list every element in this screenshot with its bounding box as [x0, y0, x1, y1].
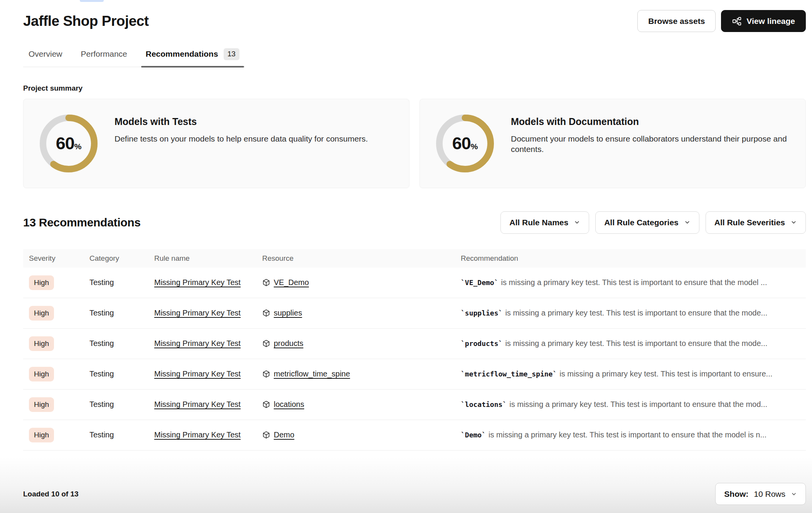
tests-card-title: Models with Tests	[115, 116, 368, 127]
chevron-down-icon	[791, 491, 797, 497]
severity-badge: High	[29, 367, 54, 381]
rule-categories-filter-label: All Rule Categories	[604, 218, 679, 227]
column-header-recommendation: Recommendation	[461, 254, 806, 263]
column-header-resource: Resource	[262, 254, 461, 263]
documentation-card-title: Models with Documentation	[511, 116, 790, 127]
table-header-row: Severity Category Rule name Resource Rec…	[23, 249, 806, 268]
tab-performance-label: Performance	[81, 49, 127, 59]
recommendation-text: is missing a primary key test. This test…	[489, 430, 767, 439]
resource-link[interactable]: metricflow_time_spine	[274, 370, 350, 378]
summary-cards: 60 % Models with Tests Define tests on y…	[23, 99, 806, 188]
table-row: High Testing Missing Primary Key Test VE…	[23, 268, 806, 298]
rule-severities-filter[interactable]: All Rule Severities	[706, 211, 806, 234]
rule-name-link[interactable]: Missing Primary Key Test	[154, 339, 241, 348]
recommendation-text: is missing a primary key test. This test…	[501, 278, 767, 287]
chevron-down-icon	[684, 219, 691, 226]
model-cube-icon	[262, 309, 270, 317]
category-cell: Testing	[89, 430, 154, 439]
tab-bar: Overview Performance Recommendations 13	[23, 48, 245, 67]
recommendation-code: `locations`	[461, 400, 507, 408]
rule-names-filter-label: All Rule Names	[509, 218, 568, 227]
models-with-tests-card: 60 % Models with Tests Define tests on y…	[23, 99, 409, 188]
category-cell: Testing	[89, 400, 154, 409]
rule-name-link[interactable]: Missing Primary Key Test	[154, 309, 241, 317]
project-page: Jaffle Shop Project Browse assets View l…	[0, 0, 812, 513]
chevron-down-icon	[574, 219, 580, 226]
recommendation-text: is missing a primary key test. This test…	[505, 309, 767, 317]
tab-overview[interactable]: Overview	[28, 48, 63, 67]
tests-card-description: Define tests on your models to help ensu…	[115, 133, 368, 144]
recommendations-header: 13 Recommendations All Rule Names All Ru…	[23, 211, 806, 234]
browse-assets-button[interactable]: Browse assets	[637, 10, 716, 32]
view-lineage-button[interactable]: View lineage	[721, 10, 806, 32]
severity-badge: High	[29, 336, 54, 351]
show-rows-value: 10 Rows	[754, 489, 785, 499]
recommendation-cell: `metricflow_time_spine`is missing a prim…	[461, 370, 806, 378]
table-row: High Testing Missing Primary Key Test De…	[23, 420, 806, 451]
documentation-percent-value: 60	[452, 133, 471, 154]
page-title: Jaffle Shop Project	[23, 10, 149, 29]
severity-badge: High	[29, 275, 54, 290]
model-cube-icon	[262, 400, 270, 408]
resource-link[interactable]: VE_Demo	[274, 278, 309, 287]
recommendation-text: is missing a primary key test. This test…	[509, 400, 767, 408]
documentation-donut-chart: 60 %	[436, 115, 494, 172]
resource-link[interactable]: locations	[274, 400, 304, 409]
recommendations-filters: All Rule Names All Rule Categories All R…	[500, 211, 806, 234]
recommendation-cell: `Demo`is missing a primary key test. Thi…	[461, 430, 806, 439]
recommendation-cell: `supplies`is missing a primary key test.…	[461, 309, 806, 317]
table-row: High Testing Missing Primary Key Test me…	[23, 359, 806, 390]
recommendation-cell: `locations`is missing a primary key test…	[461, 400, 806, 409]
project-summary-label: Project summary	[23, 84, 812, 93]
rule-names-filter[interactable]: All Rule Names	[500, 211, 589, 234]
rule-name-link[interactable]: Missing Primary Key Test	[154, 400, 241, 408]
recommendations-table: Severity Category Rule name Resource Rec…	[23, 249, 806, 451]
column-header-rule-name: Rule name	[154, 254, 262, 263]
rule-severities-filter-label: All Rule Severities	[714, 218, 785, 227]
table-footer: Loaded 10 of 13 Show: 10 Rows	[23, 483, 806, 505]
resource-link[interactable]: Demo	[274, 430, 294, 439]
resource-link[interactable]: supplies	[274, 309, 302, 317]
recommendation-cell: `VE_Demo`is missing a primary key test. …	[461, 278, 806, 287]
recommendation-code: `metricflow_time_spine`	[461, 370, 557, 378]
show-rows-dropdown[interactable]: Show: 10 Rows	[715, 483, 806, 505]
page-header: Jaffle Shop Project Browse assets View l…	[0, 0, 812, 32]
table-row: High Testing Missing Primary Key Test su…	[23, 298, 806, 329]
top-edge-fragment	[80, 0, 104, 2]
view-lineage-label: View lineage	[746, 17, 795, 26]
recommendation-code: `supplies`	[461, 309, 502, 317]
tests-percent-value: 60	[56, 133, 74, 154]
severity-badge: High	[29, 306, 54, 321]
tab-performance[interactable]: Performance	[80, 48, 128, 67]
tests-donut-chart: 60 %	[40, 115, 98, 172]
documentation-percent-sign: %	[471, 142, 478, 151]
documentation-card-description: Document your models to ensure collabora…	[511, 133, 790, 155]
model-cube-icon	[262, 431, 270, 439]
resource-link[interactable]: products	[274, 339, 303, 348]
recommendations-heading: 13 Recommendations	[23, 216, 141, 229]
column-header-category: Category	[89, 254, 154, 263]
tab-recommendations-label: Recommendations	[146, 49, 218, 59]
model-cube-icon	[262, 278, 270, 287]
chevron-down-icon	[790, 219, 797, 226]
tab-overview-label: Overview	[29, 49, 62, 59]
recommendation-code: `products`	[461, 339, 502, 348]
rule-name-link[interactable]: Missing Primary Key Test	[154, 370, 241, 378]
category-cell: Testing	[89, 339, 154, 348]
recommendation-text: is missing a primary key test. This test…	[505, 339, 767, 348]
model-cube-icon	[262, 370, 270, 378]
browse-assets-label: Browse assets	[648, 17, 705, 26]
category-cell: Testing	[89, 278, 154, 287]
recommendations-count-badge: 13	[224, 48, 239, 60]
severity-badge: High	[29, 428, 54, 442]
table-row: High Testing Missing Primary Key Test pr…	[23, 329, 806, 359]
severity-badge: High	[29, 397, 54, 412]
tab-recommendations[interactable]: Recommendations 13	[145, 48, 240, 67]
loaded-count-text: Loaded 10 of 13	[23, 490, 79, 498]
recommendation-text: is missing a primary key test. This test…	[559, 370, 772, 378]
category-cell: Testing	[89, 309, 154, 317]
rule-categories-filter[interactable]: All Rule Categories	[595, 211, 699, 234]
rule-name-link[interactable]: Missing Primary Key Test	[154, 278, 241, 287]
rule-name-link[interactable]: Missing Primary Key Test	[154, 430, 241, 439]
show-rows-label: Show:	[724, 489, 748, 499]
